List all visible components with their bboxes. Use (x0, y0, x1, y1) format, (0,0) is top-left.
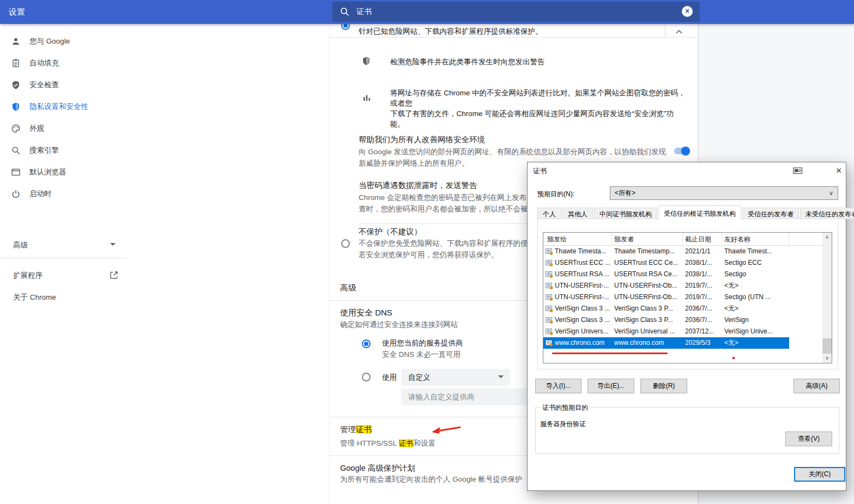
standard-protection-summary: 针对已知危险网站、下载内容和扩展程序提供标准保护。 (359, 27, 543, 37)
sidebar-item-extensions[interactable]: 扩展程序 (0, 264, 127, 286)
dns-current-provider-label: 使用您当前的服务提供商 (382, 338, 463, 348)
cell: UTN-USERFirst-Ob... (614, 280, 683, 292)
certificate-row[interactable]: Thawte Timesta...Thawte Timestamp...2021… (543, 246, 822, 257)
tab-2[interactable]: 其他人 (562, 208, 593, 219)
cell: VeriSign Unive... (724, 326, 789, 337)
cell: 2019/7/... (685, 292, 722, 303)
settings-search-box[interactable]: × (332, 2, 700, 22)
sidebar-item-about-chrome[interactable]: 关于 Chrome (0, 286, 127, 308)
sidebar-item-label: 自动填充 (29, 58, 59, 68)
advanced-button[interactable]: 高级(A) (794, 379, 840, 393)
certificate-row[interactable]: UTN-USERFirst-...UTN-USERFirst-Ob...2019… (543, 292, 822, 303)
manage-certificates-sub: 管理 HTTPS/SSL 证书和设置 (340, 439, 435, 448)
intended-purpose-label: 预期目的(N): (537, 190, 574, 199)
sidebar-divider (0, 258, 127, 258)
certificate-row[interactable]: VeriSign Class 3 ...VeriSign Class 3 P..… (543, 303, 822, 314)
certificate-icon (546, 259, 553, 268)
standard-protection-radio[interactable] (341, 24, 350, 30)
certificate-store-tabs: 个人其他人中间证书颁发机构受信任的根证书颁发机构受信任的发布者未受信任的发布者 (537, 205, 854, 219)
dns-provider-select[interactable]: 自定义 (401, 369, 510, 386)
view-button[interactable]: 查看(V) (785, 432, 832, 446)
dialog-title: 证书 (533, 167, 547, 176)
sidebar-item-privacy[interactable]: 隐私设置和安全性 (0, 96, 245, 118)
certificate-row[interactable]: VeriSign Univers...VeriSign Universal ..… (543, 326, 822, 337)
cell: 2036/7/... (685, 314, 722, 326)
dns-provider-select-value: 自定义 (408, 373, 431, 382)
sidebar-item-browser[interactable]: 默认浏览器 (0, 161, 245, 183)
column-header-4[interactable]: 友好名称 (722, 233, 789, 246)
tab-3[interactable]: 中间证书颁发机构 (594, 208, 657, 219)
sidebar-item-person[interactable]: 您与 Google (0, 31, 245, 52)
cell: www.chrono.com (614, 337, 683, 349)
certificate-icon (546, 328, 553, 337)
page-title: 设置 (9, 0, 25, 24)
certificate-row[interactable]: www.chrono.comwww.chrono.com2029/5/3<无> (543, 337, 822, 349)
search-input[interactable] (356, 2, 662, 22)
cell: VeriSign Class 3 ... (555, 314, 612, 326)
screen: 针对已知危险网站、下载内容和扩展程序提供标准保护。 检测危险事件并在此类事件发生… (0, 0, 854, 504)
sidebar-item-power[interactable]: 启动时 (0, 183, 245, 205)
chevron-down-icon (110, 243, 116, 248)
sidebar-item-autofill[interactable]: 自动填充 (0, 52, 245, 74)
row-separator (665, 24, 665, 37)
certificate-row[interactable]: USERTrust ECC ...USERTrust ECC Ce...2038… (543, 257, 822, 269)
dns-custom-radio[interactable] (362, 373, 371, 381)
dns-current-provider-sub: 安全 DNS 未必一直可用 (382, 350, 461, 360)
column-header-1[interactable]: 颁发给 (543, 233, 612, 246)
safety-icon (11, 80, 21, 90)
sidebar-item-safety[interactable]: 安全检查 (0, 74, 245, 96)
sidebar-advanced-label: 高级 (13, 240, 28, 250)
export-button[interactable]: 导出(E)... (587, 379, 634, 393)
sidebar-item-advanced[interactable]: 高级 (0, 234, 127, 256)
cell: 2038/1/... (685, 269, 722, 280)
google-advanced-protection-title: Google 高级保护计划 (340, 463, 415, 473)
scrollbar[interactable]: ∧ ∨ (822, 233, 832, 363)
certificate-icon (546, 294, 553, 302)
sidebar-item-search[interactable]: 搜索引擎 (0, 139, 245, 161)
dialog-titlebar[interactable]: 证书 × (528, 162, 846, 179)
cell: 2019/7/... (685, 280, 722, 292)
cell: VeriSign (724, 314, 789, 326)
annotation-underline (552, 353, 668, 354)
tab-5[interactable]: 受信任的发布者 (742, 208, 799, 219)
column-header-2[interactable]: 颁发者 (612, 233, 683, 246)
warning-shield-icon (361, 56, 371, 68)
certificate-row[interactable]: UTN-USERFirst-...UTN-USERFirst-Ob...2019… (543, 280, 822, 292)
scrollbar-thumb[interactable] (822, 338, 832, 354)
no-protection-desc: 不会保护您免受危险网站、下载内容和扩展程序的侵害 若安全浏览保护可用，您仍将获得… (359, 238, 535, 260)
cell: <无> (724, 337, 789, 349)
cell: USERTrust ECC Ce... (614, 257, 683, 269)
tab-4[interactable]: 受信任的根证书颁发机构 (658, 205, 741, 220)
close-button[interactable]: 关闭(C) (794, 467, 845, 482)
intended-purpose-select[interactable]: <所有> ∨ (610, 186, 838, 200)
annotation-arrow (431, 424, 462, 438)
certificate-list-rows: Thawte Timesta...Thawte Timestamp...2021… (543, 246, 822, 349)
scroll-down-icon[interactable]: ∨ (822, 354, 832, 363)
certificate-card-icon (793, 167, 803, 176)
tab-1[interactable]: 个人 (537, 208, 561, 219)
intended-purposes-group: 证书的预期目的 服务器身份验证 (535, 407, 839, 454)
collapse-chevron-icon[interactable] (675, 27, 683, 37)
sidebar-item-label: 启动时 (29, 189, 52, 199)
cell: Sectigo ECC (724, 257, 789, 269)
no-protection-radio[interactable] (341, 239, 350, 248)
intended-purpose-value: <所有> (615, 189, 635, 197)
scroll-up-icon[interactable]: ∧ (822, 233, 832, 242)
clear-search-icon[interactable]: × (682, 6, 693, 17)
sidebar-item-label: 外观 (29, 124, 44, 133)
certificates-dialog: 证书 × 预期目的(N): <所有> ∨ 个人其他人中间证书颁发机构受信任的根证… (527, 162, 846, 491)
tab-6[interactable]: 未受信任的发布者 (800, 208, 854, 219)
close-icon[interactable]: × (832, 163, 846, 178)
certificate-row[interactable]: VeriSign Class 3 ...VeriSign Class 3 P..… (543, 314, 822, 326)
sidebar-item-appearance[interactable]: 外观 (0, 118, 245, 139)
dns-custom-label: 使用 (382, 373, 397, 382)
dns-current-provider-radio[interactable] (362, 339, 371, 348)
certificate-list-header: 颁发给颁发者截止日期友好名称 (543, 233, 822, 246)
browser-icon (11, 167, 21, 177)
certificate-row[interactable]: USERTrust RSA ...USERTrust RSA Ce...2038… (543, 269, 822, 280)
secure-dns-title: 使用安全 DNS (340, 308, 392, 318)
cell: USERTrust RSA ... (555, 269, 612, 280)
delete-button[interactable]: 删除(R) (640, 379, 687, 393)
import-button[interactable]: 导入(I)... (535, 379, 582, 393)
column-header-3[interactable]: 截止日期 (683, 233, 722, 246)
